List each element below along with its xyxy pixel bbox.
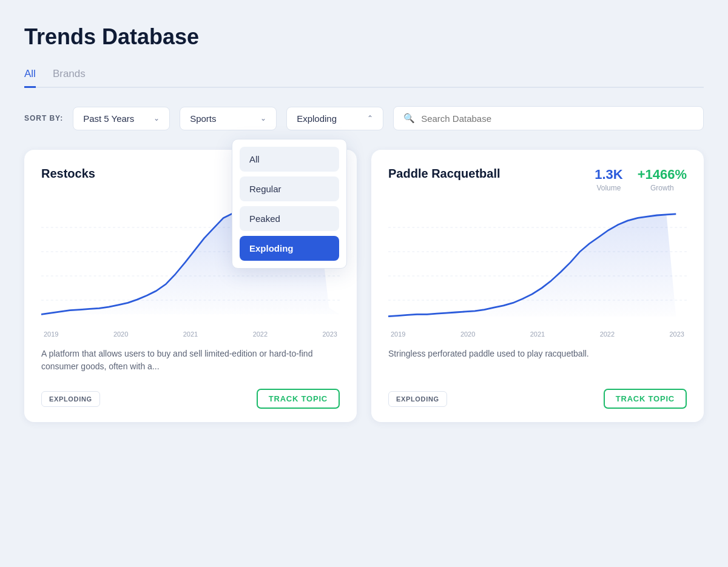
- chart-year-2021: 2021: [183, 330, 198, 338]
- card-paddle-badge: EXPLODING: [388, 391, 447, 407]
- card-paddle-chart-labels: 2019 2020 2021 2022 2023: [388, 330, 687, 338]
- type-filter-menu: All Regular Peaked Exploding: [232, 139, 347, 269]
- chart-year-2019: 2019: [44, 330, 58, 338]
- tab-brands[interactable]: Brands: [53, 68, 86, 88]
- card-paddle-volume-group: 1.3K Volume: [595, 167, 622, 192]
- card-paddle-header: Paddle Racquetball 1.3K Volume +1466% Gr…: [388, 167, 687, 192]
- card-restocks-badge: EXPLODING: [41, 391, 100, 407]
- card-paddle-footer: EXPLODING TRACK TOPIC: [388, 389, 687, 409]
- chart-year-2022: 2022: [600, 330, 615, 338]
- time-filter-value: Past 5 Years: [83, 113, 134, 124]
- card-paddle-growth-label: Growth: [638, 184, 687, 192]
- type-filter-chevron-up-icon: ⌃: [367, 114, 373, 122]
- category-filter-dropdown[interactable]: Sports ⌄: [180, 107, 277, 130]
- type-option-peaked[interactable]: Peaked: [240, 206, 339, 231]
- card-restocks-track-button[interactable]: TRACK TOPIC: [257, 389, 340, 409]
- search-icon: 🔍: [403, 113, 415, 124]
- type-filter-value: Exploding: [297, 113, 337, 124]
- chart-year-2019: 2019: [391, 330, 405, 338]
- chart-year-2021: 2021: [530, 330, 545, 338]
- time-filter-dropdown[interactable]: Past 5 Years ⌄: [73, 107, 170, 130]
- tab-all[interactable]: All: [24, 68, 36, 88]
- card-paddle-description: Stringless perforated paddle used to pla…: [388, 347, 687, 378]
- type-option-exploding[interactable]: Exploding: [240, 236, 339, 261]
- search-input[interactable]: [421, 113, 693, 124]
- chart-year-2020: 2020: [113, 330, 128, 338]
- card-paddle-track-button[interactable]: TRACK TOPIC: [604, 389, 687, 409]
- card-paddle-chart: [388, 203, 687, 324]
- card-paddle-volume: 1.3K: [595, 167, 622, 183]
- tabs-container: All Brands: [24, 68, 704, 88]
- card-restocks-chart-labels: 2019 2020 2021 2022 2023: [41, 330, 340, 338]
- card-paddle: Paddle Racquetball 1.3K Volume +1466% Gr…: [371, 150, 704, 422]
- chart-year-2023: 2023: [323, 330, 337, 338]
- card-paddle-growth-group: +1466% Growth: [638, 167, 687, 192]
- search-box[interactable]: 🔍: [393, 106, 704, 130]
- category-filter-value: Sports: [190, 113, 216, 124]
- card-paddle-title: Paddle Racquetball: [388, 167, 500, 181]
- chart-year-2023: 2023: [670, 330, 684, 338]
- cards-row: Restocks 12.1K Volume +1525% Growth: [24, 150, 704, 422]
- type-option-all[interactable]: All: [240, 147, 339, 172]
- card-restocks-footer: EXPLODING TRACK TOPIC: [41, 389, 340, 409]
- sort-by-label: SORT BY:: [24, 114, 63, 122]
- card-restocks-title: Restocks: [41, 167, 95, 181]
- card-paddle-volume-label: Volume: [595, 184, 622, 192]
- category-filter-chevron-icon: ⌄: [260, 114, 266, 122]
- card-paddle-growth: +1466%: [638, 167, 687, 183]
- card-restocks-description: A platform that allows users to buy and …: [41, 347, 340, 378]
- card-paddle-stats: 1.3K Volume +1466% Growth: [595, 167, 687, 192]
- chart-year-2022: 2022: [253, 330, 268, 338]
- type-filter-dropdown[interactable]: Exploding ⌃: [286, 107, 383, 130]
- page-title: Trends Database: [24, 24, 704, 50]
- sort-row: SORT BY: Past 5 Years ⌄ Sports ⌄ Explodi…: [24, 106, 704, 130]
- type-option-regular[interactable]: Regular: [240, 176, 339, 201]
- chart-year-2020: 2020: [460, 330, 475, 338]
- time-filter-chevron-icon: ⌄: [153, 114, 160, 122]
